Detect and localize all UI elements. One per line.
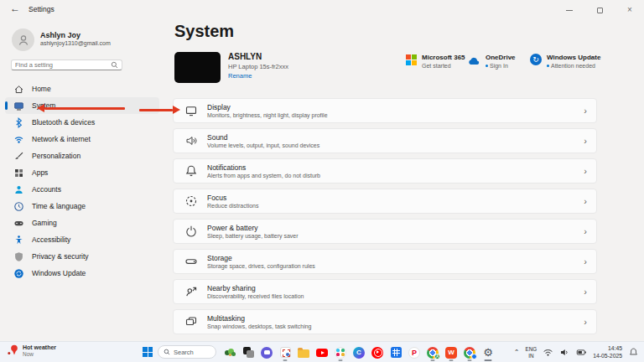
chat-app-icon[interactable] bbox=[260, 344, 273, 361]
chip-label: OneDrive bbox=[486, 54, 516, 61]
row-storage[interactable]: StorageStorage space, drives, configurat… bbox=[173, 249, 597, 274]
row-multitasking[interactable]: MultitaskingSnap windows, desktops, task… bbox=[173, 309, 597, 334]
sidebar-item-time-language[interactable]: Time & language bbox=[5, 198, 159, 215]
row-nearby-sharing[interactable]: Nearby sharingDiscoverability, received … bbox=[173, 279, 597, 304]
chevron-right-icon: › bbox=[584, 227, 587, 236]
settings-window: ← Settings × Ashlyn Joy ashlynjoy1310@gm… bbox=[0, 0, 644, 362]
tray-chevron-up-icon[interactable]: ⌃ bbox=[514, 349, 520, 356]
sidebar-item-label: Accounts bbox=[32, 185, 61, 194]
chevron-right-icon: › bbox=[584, 167, 587, 176]
multitasking-icon bbox=[184, 315, 198, 328]
taskbar-app-icons: C P A W ⚙ bbox=[223, 342, 495, 362]
row-subtitle: Monitors, brightness, night light, displ… bbox=[207, 112, 584, 118]
sidebar-item-personalization[interactable]: Personalization bbox=[5, 147, 159, 164]
battery-tray-icon[interactable] bbox=[576, 347, 587, 358]
row-title: Sound bbox=[207, 133, 584, 142]
sidebar-item-accounts[interactable]: Accounts bbox=[5, 181, 159, 198]
row-notifications[interactable]: NotificationsAlerts from apps and system… bbox=[173, 158, 597, 184]
chip-label: Microsoft 365 bbox=[422, 54, 465, 61]
settings-gear-icon[interactable]: ⚙ bbox=[481, 344, 495, 361]
row-power-battery[interactable]: Power & batterySleep, battery usage, bat… bbox=[173, 219, 597, 244]
clock[interactable]: 14:45 14-05-2025 bbox=[593, 345, 622, 359]
language-indicator[interactable]: ENG IN bbox=[526, 346, 538, 358]
pinterest-icon[interactable]: P bbox=[408, 344, 421, 361]
sidebar-item-apps[interactable]: Apps bbox=[5, 164, 159, 181]
wattpad-icon[interactable]: W bbox=[444, 344, 458, 361]
power-icon bbox=[184, 225, 198, 238]
windows-update-icon: ↻ bbox=[530, 54, 542, 65]
chevron-right-icon: › bbox=[584, 257, 587, 266]
task-view-icon[interactable] bbox=[242, 344, 255, 361]
canva-icon[interactable]: C bbox=[352, 344, 366, 361]
sidebar-item-label: Apps bbox=[32, 168, 48, 177]
sidebar-item-gaming[interactable]: Gaming bbox=[5, 215, 159, 231]
sidebar-item-label: Home bbox=[32, 85, 51, 93]
window-title: Settings bbox=[29, 5, 55, 13]
bell-icon bbox=[184, 164, 198, 178]
rename-link[interactable]: Rename bbox=[228, 72, 252, 80]
plants-app-icon[interactable] bbox=[223, 344, 236, 361]
settings-list: DisplayMonitors, brightness, night light… bbox=[173, 98, 597, 339]
row-subtitle: Snap windows, desktops, task switching bbox=[207, 323, 584, 329]
slack-icon[interactable] bbox=[334, 344, 347, 361]
sidebar-item-privacy-security[interactable]: Privacy & security bbox=[5, 248, 159, 265]
chevron-right-icon: › bbox=[584, 318, 587, 327]
storage-icon bbox=[184, 255, 198, 268]
maximize-button[interactable] bbox=[590, 3, 609, 18]
taskbar-search-label: Search bbox=[174, 349, 194, 356]
file-explorer-icon[interactable] bbox=[297, 344, 310, 361]
sidebar-item-network-internet[interactable]: Network & internet bbox=[5, 131, 159, 147]
chip-status: Attention needed bbox=[547, 63, 600, 69]
annotation-arrow-display bbox=[139, 106, 180, 114]
find-a-setting-searchbox[interactable] bbox=[11, 59, 122, 70]
chrome-profile-2-icon[interactable] bbox=[463, 344, 476, 361]
user-name: Ashlyn Joy bbox=[40, 31, 80, 39]
row-title: Multitasking bbox=[207, 314, 584, 323]
microsoft-365-icon bbox=[406, 54, 417, 65]
device-thumbnail bbox=[174, 52, 221, 83]
row-title: Display bbox=[207, 103, 584, 111]
sidebar-item-bluetooth-devices[interactable]: Bluetooth & devices bbox=[5, 114, 159, 131]
update-icon bbox=[13, 268, 24, 279]
microsoft-365-chip[interactable]: Microsoft 365 Get started bbox=[406, 54, 465, 69]
status-dot bbox=[486, 65, 488, 67]
row-focus[interactable]: FocusReduce distractions › bbox=[173, 189, 597, 214]
nearby-sharing-icon bbox=[184, 285, 198, 298]
clock-icon bbox=[13, 201, 24, 212]
onedrive-chip[interactable]: OneDrive Sign In bbox=[467, 54, 516, 69]
chrome-profile-a-icon[interactable]: A bbox=[426, 344, 439, 361]
windows-update-chip[interactable]: ↻ Windows Update Attention needed bbox=[530, 54, 600, 69]
status-dot bbox=[547, 65, 549, 67]
notifications-bell-icon[interactable] bbox=[628, 347, 639, 358]
chevron-right-icon: › bbox=[584, 287, 587, 297]
calendar-icon[interactable] bbox=[389, 344, 402, 361]
title-bar: ← Settings × bbox=[0, 0, 644, 20]
sidebar-item-label: Network & internet bbox=[32, 135, 91, 143]
sidebar: Ashlyn Joy ashlynjoy1310@gmail.com Home … bbox=[0, 20, 164, 341]
wifi-icon bbox=[13, 134, 24, 145]
sidebar-item-label: Gaming bbox=[32, 219, 57, 227]
row-title: Power & battery bbox=[207, 224, 584, 232]
close-button[interactable]: × bbox=[621, 3, 639, 18]
sidebar-item-home[interactable]: Home bbox=[5, 80, 159, 97]
search-input[interactable] bbox=[15, 61, 111, 69]
youtube-icon[interactable] bbox=[315, 344, 329, 361]
youtube-music-icon[interactable] bbox=[371, 344, 384, 361]
sidebar-item-windows-update[interactable]: Windows Update bbox=[5, 265, 159, 282]
sidebar-item-label: Privacy & security bbox=[32, 252, 89, 261]
weather-widget[interactable]: Hot weather Now bbox=[7, 344, 56, 358]
sidebar-item-accessibility[interactable]: Accessibility bbox=[5, 231, 159, 248]
sidebar-item-label: Accessibility bbox=[32, 235, 70, 244]
row-subtitle: Volume levels, output, input, sound devi… bbox=[207, 142, 584, 148]
snipping-tool-icon[interactable] bbox=[278, 344, 292, 361]
wifi-tray-icon[interactable] bbox=[543, 347, 553, 358]
row-sound[interactable]: SoundVolume levels, output, input, sound… bbox=[173, 128, 597, 153]
person-avatar-icon bbox=[17, 34, 30, 47]
avatar[interactable] bbox=[12, 28, 34, 51]
row-display[interactable]: DisplayMonitors, brightness, night light… bbox=[173, 98, 597, 123]
start-button[interactable] bbox=[143, 347, 153, 357]
volume-tray-icon[interactable] bbox=[559, 347, 570, 358]
back-arrow-icon[interactable]: ← bbox=[10, 3, 20, 14]
taskbar-search[interactable]: Search bbox=[158, 345, 216, 359]
minimize-button[interactable] bbox=[560, 3, 579, 18]
